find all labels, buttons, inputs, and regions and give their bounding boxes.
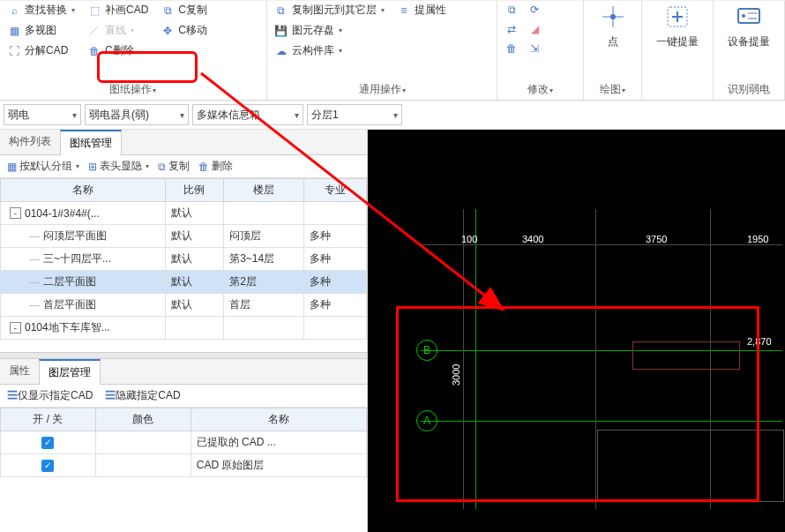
cloud-lib-button[interactable]: ☁云构件库▾	[274, 43, 385, 58]
table-row[interactable]: -0104地下车库智...	[1, 317, 367, 340]
tab-property[interactable]: 属性	[0, 359, 39, 384]
device-extract-label: 设备提量	[728, 34, 770, 49]
multiview-button[interactable]: ▦多视图	[7, 23, 75, 38]
expand-icon[interactable]: -	[10, 322, 21, 333]
svg-point-2	[610, 14, 616, 19]
decompose-cad-button[interactable]: ⛶分解CAD	[7, 43, 75, 58]
header-toggle-button[interactable]: ⊞表头显隐▾	[88, 159, 149, 174]
dim-3400: 3400	[522, 234, 543, 244]
save-elements-button[interactable]: 💾图元存盘▾	[274, 23, 385, 38]
col-scale[interactable]: 比例	[165, 179, 223, 202]
group-label-modify: 修改▾	[505, 79, 576, 100]
decompose-icon: ⛶	[7, 44, 21, 58]
dim-100a: 100	[461, 234, 477, 244]
group-default-button[interactable]: ▦按默认分组▾	[7, 159, 79, 174]
fillcad-icon: ⬚	[87, 4, 101, 18]
extract-prop-button[interactable]: ≡提属性	[397, 3, 446, 18]
line-icon: ／	[87, 24, 101, 38]
tool-stretch-icon[interactable]: ⇲	[527, 41, 542, 56]
save-icon: 💾	[274, 24, 288, 38]
svg-point-7	[742, 14, 745, 18]
delete-button[interactable]: 🗑删除	[198, 159, 233, 174]
drawing-table: 名称 比例 楼层 专业 -0104-1#3#4#(...默认—闷顶层平面图默认闷…	[0, 178, 367, 340]
col-lname[interactable]: 名称	[191, 408, 366, 431]
annotation-rect	[396, 306, 759, 502]
splitter[interactable]	[0, 352, 367, 359]
point-icon[interactable]	[599, 3, 627, 31]
multiview-icon: ▦	[7, 24, 21, 38]
table-row[interactable]: ✓CAD 原始图层	[1, 454, 367, 477]
expand-icon[interactable]: -	[10, 207, 21, 219]
group-label-recog: 识别弱电	[721, 79, 777, 100]
tab-layer-mgr[interactable]: 图层管理	[39, 359, 101, 385]
tool-align-icon[interactable]: ◢	[527, 22, 542, 36]
tool-copy-icon[interactable]: ⧉	[505, 3, 519, 17]
table-row[interactable]: —闷顶层平面图默认闷顶层多种	[1, 225, 367, 248]
find-replace-button[interactable]: ⌕查找替换▾	[7, 3, 75, 18]
combo-layer[interactable]: 分层1▾	[307, 104, 402, 125]
group-label-drawing: 图纸操作▾	[7, 79, 259, 100]
tool-delete-icon[interactable]: 🗑	[505, 41, 519, 56]
drawing-canvas[interactable]: 100 3400 3750 1950 2,870 3000 B A	[368, 130, 785, 532]
col-floor[interactable]: 楼层	[224, 179, 304, 202]
one-click-label: 一键提量	[656, 34, 699, 49]
checkbox[interactable]: ✓	[41, 460, 54, 472]
checkbox[interactable]: ✓	[41, 437, 54, 449]
col-name[interactable]: 名称	[1, 179, 166, 202]
combo-system[interactable]: 弱电▾	[4, 104, 81, 125]
point-label: 点	[608, 34, 618, 49]
tool-mirror-icon[interactable]: ⇄	[505, 22, 519, 36]
fill-cad-button[interactable]: ⬚补画CAD	[87, 3, 148, 18]
copy-button[interactable]: ⧉复制	[158, 159, 190, 174]
combo-category[interactable]: 弱电器具(弱)▾	[85, 104, 189, 125]
col-onoff[interactable]: 开 / 关	[1, 408, 96, 431]
copyto-icon: ⧉	[274, 4, 288, 18]
combo-component[interactable]: 多媒体信息箱▾	[192, 104, 303, 125]
show-only-cad-button[interactable]: ☰仅显示指定CAD	[7, 388, 93, 403]
tab-component-list[interactable]: 构件列表	[0, 130, 60, 154]
tool-rotate-icon[interactable]: ⟳	[527, 3, 542, 17]
one-click-icon[interactable]	[663, 3, 692, 31]
cloud-icon: ☁	[274, 44, 288, 58]
dim-3750: 3750	[646, 234, 667, 244]
copy-to-layer-button[interactable]: ⧉复制图元到其它层▾	[274, 3, 385, 18]
search-icon: ⌕	[7, 4, 21, 18]
trash-icon: 🗑	[87, 44, 101, 58]
device-extract-icon[interactable]	[735, 3, 763, 31]
c-copy-button[interactable]: ⧉C复制	[161, 3, 207, 18]
c-delete-button[interactable]: 🗑C删除	[87, 43, 148, 58]
group-label-general: 通用操作▾	[274, 79, 490, 100]
table-row[interactable]: -0104-1#3#4#(...默认	[1, 202, 367, 225]
col-spec[interactable]: 专业	[304, 179, 367, 202]
col-color[interactable]: 颜色	[95, 408, 191, 431]
tab-drawing-mgr[interactable]: 图纸管理	[60, 130, 122, 155]
group-label-draw: 绘图▾	[591, 79, 634, 100]
table-row[interactable]: —三~十四层平...默认第3~14层多种	[1, 248, 367, 271]
layer-table: 开 / 关 颜色 名称 ✓已提取的 CAD ...✓CAD 原始图层	[0, 408, 367, 477]
table-row[interactable]: —二层平面图默认第2层多种	[1, 271, 367, 294]
c-move-button[interactable]: ✥C移动	[161, 23, 207, 38]
hide-cad-button[interactable]: ☰隐藏指定CAD	[105, 388, 180, 403]
line-button[interactable]: ／直线▾	[87, 23, 148, 38]
table-row[interactable]: —首层平面图默认首层多种	[1, 294, 367, 317]
svg-rect-6	[738, 9, 759, 23]
copy-icon: ⧉	[161, 4, 175, 18]
table-row[interactable]: ✓已提取的 CAD ...	[1, 431, 367, 454]
dim-1950: 1950	[747, 234, 768, 244]
move-icon: ✥	[161, 24, 175, 38]
list-icon: ≡	[397, 4, 411, 18]
